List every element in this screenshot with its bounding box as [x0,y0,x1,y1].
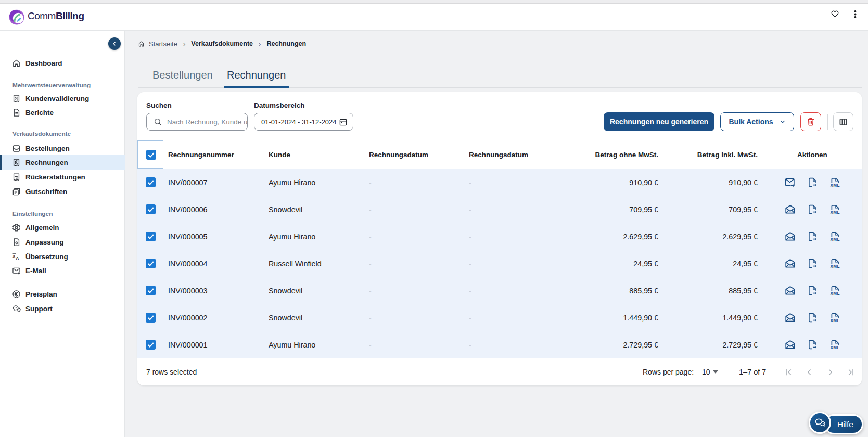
svg-text:x: x [13,253,16,258]
svg-text:A: A [16,255,19,261]
